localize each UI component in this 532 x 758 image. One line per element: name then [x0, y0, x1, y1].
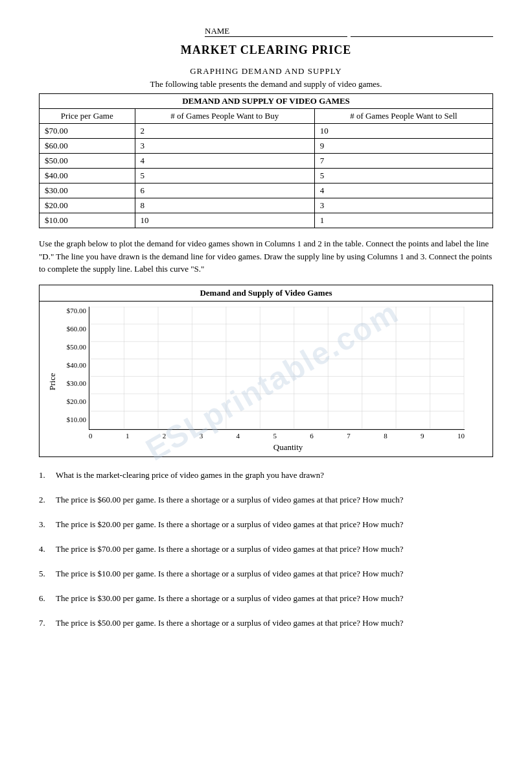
x-axis-label-item: 8	[384, 432, 387, 440]
question-number: 1.	[39, 469, 56, 482]
question-text: What is the market-clearing price of vid…	[56, 469, 493, 482]
table-cell: $50.00	[40, 154, 135, 169]
x-axis-label-item: 6	[310, 432, 314, 440]
table-row: $70.00210	[40, 124, 493, 139]
table-row: $40.0055	[40, 169, 493, 184]
table-cell: 5	[135, 169, 314, 184]
table-title: DEMAND AND SUPPLY OF VIDEO GAMES	[40, 94, 493, 109]
table-cell: $10.00	[40, 213, 135, 228]
table-cell: 1	[314, 213, 492, 228]
instructions-text: Use the graph below to plot the demand f…	[39, 237, 493, 276]
question-number: 5.	[39, 567, 56, 580]
table-cell: 4	[135, 154, 314, 169]
table-cell: 9	[314, 139, 492, 154]
col-header-price: Price per Game	[40, 109, 135, 124]
subtitle: GRAPHING DEMAND AND SUPPLY	[39, 66, 493, 77]
intro-text: The following table presents the demand …	[39, 79, 493, 89]
x-axis-label-item: 7	[347, 432, 351, 440]
question-item: 2.The price is $60.00 per game. Is there…	[39, 493, 493, 506]
table-cell: 10	[314, 124, 492, 139]
x-axis-label-item: 5	[273, 432, 277, 440]
y-axis-label-item: $20.00	[58, 397, 86, 405]
question-item: 6.The price is $30.00 per game. Is there…	[39, 592, 493, 605]
question-text: The price is $70.00 per game. Is there a…	[56, 543, 493, 556]
table-cell: $70.00	[40, 124, 135, 139]
table-cell: 6	[135, 184, 314, 198]
page-title: MARKET CLEARING PRICE	[39, 43, 493, 57]
questions-section: 1.What is the market-clearing price of v…	[39, 469, 493, 630]
table-row: $30.0064	[40, 184, 493, 198]
question-number: 7.	[39, 617, 56, 630]
question-text: The price is $10.00 per game. Is there a…	[56, 567, 493, 580]
y-axis-label-item: $10.00	[58, 416, 86, 423]
question-item: 5.The price is $10.00 per game. Is there…	[39, 567, 493, 580]
question-number: 3.	[39, 518, 56, 531]
question-number: 6.	[39, 592, 56, 605]
table-cell: 2	[135, 124, 314, 139]
graph-svg	[89, 307, 465, 430]
y-axis-labels: $70.00$60.00$50.00$40.00$30.00$20.00$10.…	[58, 307, 89, 423]
name-line: NAME	[39, 26, 493, 37]
table-cell: $60.00	[40, 139, 135, 154]
question-number: 4.	[39, 543, 56, 556]
question-text: The price is $60.00 per game. Is there a…	[56, 493, 493, 506]
y-axis-label: Price	[45, 307, 58, 456]
y-axis-label-item: $60.00	[58, 325, 86, 333]
graph-container: Demand and Supply of Video Games Price $…	[39, 285, 493, 457]
question-item: 4.The price is $70.00 per game. Is there…	[39, 543, 493, 556]
table-cell: 8	[135, 198, 314, 213]
table-cell: 7	[314, 154, 492, 169]
demand-supply-table: DEMAND AND SUPPLY OF VIDEO GAMES Price p…	[39, 93, 493, 228]
table-cell: $40.00	[40, 169, 135, 184]
x-axis-label-item: 3	[200, 432, 203, 440]
col-header-buy: # of Games People Want to Buy	[135, 109, 314, 124]
x-axis-label-item: 0	[89, 432, 93, 440]
table-cell: $30.00	[40, 184, 135, 198]
graph-title: Demand and Supply of Video Games	[40, 285, 492, 302]
x-axis-label-item: 10	[457, 432, 465, 440]
name-field	[351, 26, 493, 37]
table-cell: 10	[135, 213, 314, 228]
name-label: NAME	[205, 26, 347, 37]
x-axis-label-item: 2	[163, 432, 167, 440]
question-text: The price is $30.00 per game. Is there a…	[56, 592, 493, 605]
y-axis-label-item: $40.00	[58, 361, 86, 369]
question-text: The price is $20.00 per game. Is there a…	[56, 518, 493, 531]
y-axis-label-item: $30.00	[58, 379, 86, 387]
table-cell: 4	[314, 184, 492, 198]
x-axis-labels: 012345678910	[89, 430, 465, 440]
x-axis-label-item: 4	[237, 432, 240, 440]
table-row: $10.00101	[40, 213, 493, 228]
x-axis-label-item: 9	[421, 432, 424, 440]
question-number: 2.	[39, 493, 56, 506]
table-row: $20.0083	[40, 198, 493, 213]
table-row: $60.0039	[40, 139, 493, 154]
table-cell: $20.00	[40, 198, 135, 213]
y-axis-label-item: $70.00	[58, 307, 86, 314]
x-axis-label-item: 1	[126, 432, 130, 440]
question-item: 3.The price is $20.00 per game. Is there…	[39, 518, 493, 531]
question-item: 1.What is the market-clearing price of v…	[39, 469, 493, 482]
question-text: The price is $50.00 per game. Is there a…	[56, 617, 493, 630]
y-axis-label-item: $50.00	[58, 343, 86, 351]
table-row: $50.0047	[40, 154, 493, 169]
table-cell: 3	[135, 139, 314, 154]
table-cell: 3	[314, 198, 492, 213]
col-header-sell: # of Games People Want to Sell	[314, 109, 492, 124]
x-axis-label: Quantity	[89, 442, 487, 453]
question-item: 7.The price is $50.00 per game. Is there…	[39, 617, 493, 630]
table-cell: 5	[314, 169, 492, 184]
